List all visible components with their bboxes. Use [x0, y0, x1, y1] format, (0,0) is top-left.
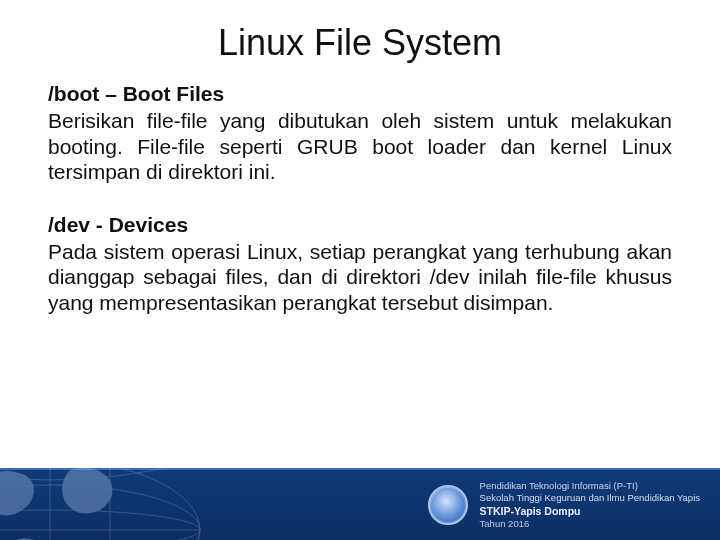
org-line-4: Tahun 2016: [480, 518, 700, 530]
section-body: Berisikan file-file yang dibutukan oleh …: [48, 108, 672, 185]
globe-decoration: [0, 468, 220, 540]
section-heading: /boot – Boot Files: [48, 82, 672, 106]
globe-icon: [0, 468, 220, 540]
section-dev: /dev - Devices Pada sistem operasi Linux…: [48, 213, 672, 316]
org-text-block: Pendidikan Teknologi Informasi (P-TI) Se…: [480, 480, 700, 531]
page-title: Linux File System: [0, 0, 720, 82]
org-line-1: Pendidikan Teknologi Informasi (P-TI): [480, 480, 700, 492]
section-heading: /dev - Devices: [48, 213, 672, 237]
slide: Linux File System /boot – Boot Files Ber…: [0, 0, 720, 540]
footer-bar: Pendidikan Teknologi Informasi (P-TI) Se…: [0, 468, 720, 540]
org-logo: [428, 485, 468, 525]
footer-right: Pendidikan Teknologi Informasi (P-TI) Se…: [428, 480, 700, 531]
content-area: /boot – Boot Files Berisikan file-file y…: [0, 82, 720, 316]
org-line-2: Sekolah Tinggi Keguruan dan Ilmu Pendidi…: [480, 492, 700, 504]
section-boot: /boot – Boot Files Berisikan file-file y…: [48, 82, 672, 185]
section-body: Pada sistem operasi Linux, setiap perang…: [48, 239, 672, 316]
org-line-3: STKIP-Yapis Dompu: [480, 505, 700, 519]
svg-point-2: [0, 510, 200, 540]
